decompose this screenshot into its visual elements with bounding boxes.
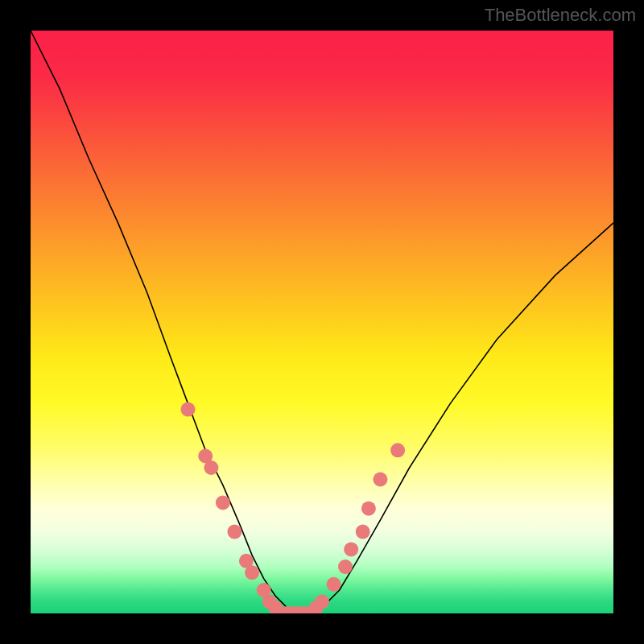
svg-point-13 [373,473,387,487]
svg-point-3 [216,495,230,510]
svg-point-6 [245,565,259,580]
left-markers [181,402,271,597]
chart-container: TheBottleneck.com [0,0,644,644]
bottleneck-curve [31,31,613,613]
svg-point-0 [181,402,196,417]
svg-point-14 [390,443,405,457]
svg-point-8 [327,577,341,592]
svg-point-12 [361,502,376,516]
plot-area [31,31,613,613]
svg-point-2 [204,460,218,475]
chart-svg [31,31,613,613]
watermark: TheBottleneck.com [485,5,636,26]
svg-point-24 [315,595,329,609]
bottom-band [262,595,329,614]
right-markers [327,443,406,592]
svg-point-4 [227,525,242,539]
svg-point-10 [344,542,358,556]
svg-point-11 [356,525,370,539]
svg-point-9 [338,559,353,574]
